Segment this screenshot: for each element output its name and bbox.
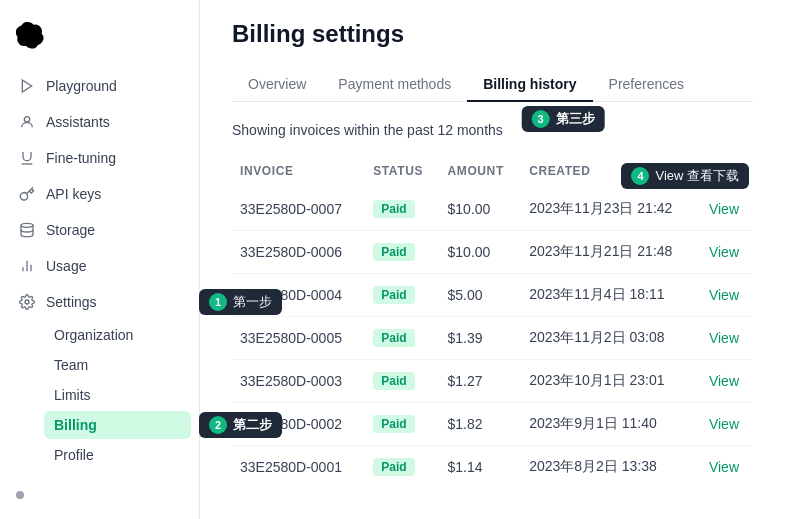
svg-marker-0 [22,80,31,92]
invoice-amount: $10.00 [440,188,522,231]
table-row: 33E2580D-0006 Paid $10.00 2023年11月21日 21… [232,231,753,274]
sidebar-item-label: Playground [46,78,117,94]
table-row: 33E2580D-0004 Paid $5.00 2023年11月4日 18:1… [232,274,753,317]
svg-point-3 [21,223,33,227]
step3-label: 第三步 [556,110,595,128]
table-row: 33E2580D-0005 Paid $1.39 2023年11月2日 03:0… [232,317,753,360]
storage-icon [18,221,36,239]
sub-nav-profile[interactable]: Profile [44,441,191,469]
view-link[interactable]: View [709,287,739,303]
step1-circle: 1 [209,293,227,311]
col-invoice: INVOICE [232,158,365,188]
tab-payment-methods[interactable]: Payment methods [322,68,467,102]
app-logo [0,12,199,69]
sub-nav-billing[interactable]: Billing 2 第二步 [44,411,191,439]
view-link[interactable]: View [709,373,739,389]
sidebar-navigation: Playground Assistants Fine-tuning API ke… [0,69,199,469]
billing-label: Billing [54,417,97,433]
invoice-created: 2023年8月2日 13:38 [521,446,701,489]
billing-subtitle: Showing invoices within the past 12 mont… [232,122,753,138]
settings-icon [18,293,36,311]
sidebar-item-storage[interactable]: Storage [8,213,191,247]
sidebar-item-api-keys[interactable]: API keys [8,177,191,211]
playground-icon [18,77,36,95]
invoice-status: Paid [365,231,439,274]
page-title: Billing settings [232,20,753,48]
tab-preferences[interactable]: Preferences [593,68,700,102]
tab-billing-history[interactable]: Billing history 3 第三步 [467,68,592,102]
invoice-view-cell: View4View 查看下载 [701,188,753,231]
invoice-created: 2023年11月2日 03:08 [521,317,701,360]
logo-icon [16,22,44,50]
table-row: 33E2580D-0007 Paid $10.00 2023年11月23日 21… [232,188,753,231]
api-keys-icon [18,185,36,203]
invoice-table: INVOICE STATUS AMOUNT CREATED 33E2580D-0… [232,158,753,488]
col-amount: AMOUNT [440,158,522,188]
col-status: STATUS [365,158,439,188]
invoice-status: Paid [365,446,439,489]
invoice-status: Paid [365,317,439,360]
sub-nav-team[interactable]: Team [44,351,191,379]
settings-sub-nav: Organization Team Limits Billing 2 第二步 P… [8,321,191,469]
invoice-status: Paid [365,403,439,446]
sidebar: Playground Assistants Fine-tuning API ke… [0,0,200,519]
step2-circle: 2 [209,416,227,434]
table-row: 33E2580D-0001 Paid $1.14 2023年8月2日 13:38… [232,446,753,489]
table-row: 33E2580D-0003 Paid $1.27 2023年10月1日 23:0… [232,360,753,403]
invoice-status: Paid [365,274,439,317]
invoice-created: 2023年11月23日 21:42 [521,188,701,231]
sub-nav-limits[interactable]: Limits [44,381,191,409]
invoice-view-cell: View [701,446,753,489]
sidebar-item-label: Assistants [46,114,110,130]
invoice-id: 33E2580D-0006 [232,231,365,274]
invoice-view-cell: View [701,231,753,274]
svg-point-1 [24,117,29,122]
svg-point-7 [25,300,29,304]
assistants-icon [18,113,36,131]
sidebar-item-playground[interactable]: Playground [8,69,191,103]
main-content: Billing settings Overview Payment method… [200,0,785,519]
step3-circle: 3 [532,110,550,128]
step1-label: 第一步 [233,293,272,311]
sidebar-bottom [0,483,199,507]
invoice-id: 33E2580D-0007 [232,188,365,231]
invoice-id: 33E2580D-0001 [232,446,365,489]
tab-overview[interactable]: Overview [232,68,322,102]
invoice-status: Paid [365,188,439,231]
invoice-view-cell: View [701,317,753,360]
table-row: 33E2580D-0002 Paid $1.82 2023年9月1日 11:40… [232,403,753,446]
sidebar-item-label: API keys [46,186,101,202]
step3-tooltip: 3 第三步 [522,106,605,132]
invoice-id: 33E2580D-0005 [232,317,365,360]
invoice-status: Paid [365,360,439,403]
sidebar-item-fine-tuning[interactable]: Fine-tuning [8,141,191,175]
fine-tuning-icon [18,149,36,167]
sidebar-item-assistants[interactable]: Assistants [8,105,191,139]
invoice-amount: $1.82 [440,403,522,446]
step4-tooltip: 4View 查看下载 [621,163,749,189]
invoice-view-cell: View [701,403,753,446]
view-link[interactable]: View [709,244,739,260]
view-link[interactable]: View [709,459,739,475]
invoice-created: 2023年11月21日 21:48 [521,231,701,274]
step2-tooltip: 2 第二步 [199,412,282,438]
step1-tooltip: 1 第一步 [199,289,282,315]
sub-nav-organization[interactable]: Organization [44,321,191,349]
view-link[interactable]: View [709,416,739,432]
view-link[interactable]: View [709,330,739,346]
sidebar-item-label: Storage [46,222,95,238]
billing-tabs: Overview Payment methods Billing history… [232,68,753,102]
invoice-created: 2023年9月1日 11:40 [521,403,701,446]
invoice-amount: $10.00 [440,231,522,274]
usage-icon [18,257,36,275]
invoice-amount: $1.39 [440,317,522,360]
view-link[interactable]: View4View 查看下载 [709,201,739,217]
sidebar-item-label: Settings [46,294,97,310]
sidebar-item-usage[interactable]: Usage [8,249,191,283]
tab-billing-history-label: Billing history [483,76,576,92]
step2-label: 第二步 [233,416,272,434]
invoice-view-cell: View [701,360,753,403]
sidebar-item-settings[interactable]: Settings 1 第一步 [8,285,191,319]
invoice-amount: $1.14 [440,446,522,489]
invoice-view-cell: View [701,274,753,317]
